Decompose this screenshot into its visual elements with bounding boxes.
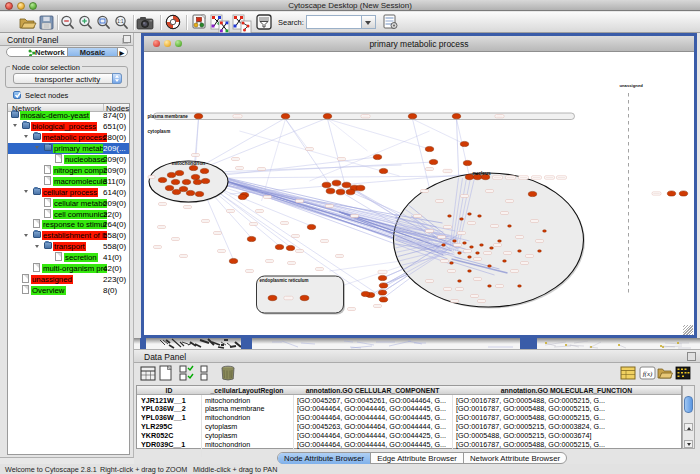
- svg-text:1:1: 1:1: [117, 19, 124, 24]
- svg-text:mitochondrion: mitochondrion: [172, 161, 206, 166]
- svg-text:f(x): f(x): [643, 370, 653, 378]
- svg-text:endoplasmic reticulum: endoplasmic reticulum: [260, 278, 309, 283]
- svg-text:unassigned: unassigned: [620, 83, 644, 88]
- svg-text:plasma membrane: plasma membrane: [148, 114, 189, 119]
- svg-text:cytoplasm: cytoplasm: [148, 129, 171, 134]
- svg-text:nucleus: nucleus: [472, 171, 490, 176]
